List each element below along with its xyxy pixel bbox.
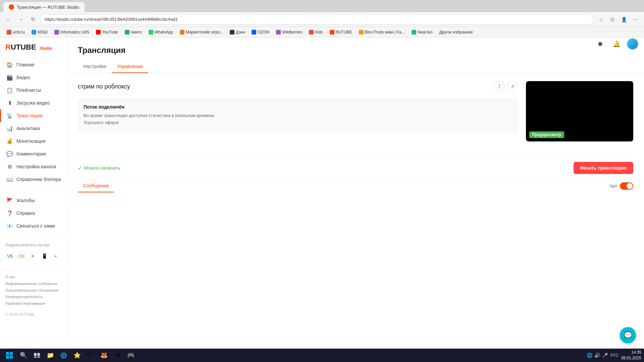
channel-settings-icon: ⚙ xyxy=(6,163,13,170)
start-stream-button[interactable]: Начать трансляцию xyxy=(574,162,633,174)
viber-icon[interactable]: 📱 xyxy=(40,251,49,261)
chat-tabs: Сообщения xyxy=(78,180,114,192)
record-button[interactable]: ⏺ xyxy=(594,38,606,50)
logo-studio-badge: Studio xyxy=(39,46,53,51)
mic-icon[interactable]: 🎤 xyxy=(602,353,608,358)
stream-title: стрим по роблоксу xyxy=(78,83,130,90)
start-button[interactable] xyxy=(3,349,16,361)
sidebar-item-playlists[interactable]: 📋 Плейлисты xyxy=(0,84,67,97)
search-taskbar-button[interactable]: 🔍 xyxy=(17,349,30,361)
sidebar-item-analytics-label: Аналитика xyxy=(16,126,40,131)
bookmark-uchi[interactable]: uchi.ru xyxy=(4,29,28,36)
bell-button[interactable]: 🔔 xyxy=(610,38,623,50)
chat-toggle-container: Чат xyxy=(609,182,633,190)
sidebar-item-monetization[interactable]: 💰 Монетизация xyxy=(0,135,67,147)
footer-privacy[interactable]: Конфиденциальность xyxy=(5,294,61,300)
add-social-icon[interactable]: + xyxy=(51,251,60,261)
active-tab[interactable]: Трансляция — RUTUBE Studio xyxy=(3,2,85,12)
sidebar-item-contact[interactable]: 📧 Связаться с нами xyxy=(0,220,67,232)
sidebar-item-complaints[interactable]: 🚩 Жалобы xyxy=(0,194,67,207)
sidebar-item-help[interactable]: ❓ Справка xyxy=(0,207,67,220)
address-bar[interactable]: https://studio.rutube.ru/stream/9fc3513f… xyxy=(40,14,594,24)
footer-terms[interactable]: Пользовательское соглашение xyxy=(5,287,61,294)
comments-icon: 💬 xyxy=(6,150,13,157)
checkmark-icon: ✓ xyxy=(78,165,82,171)
bookmark-favicon xyxy=(276,30,281,35)
ready-bar-container: ✓ Можно начинать Начать трансляцию xyxy=(67,156,644,179)
footer-links: О нас Информационные сообщения Пользоват… xyxy=(0,271,67,310)
menu-icon[interactable]: ⋯ xyxy=(631,15,640,24)
reload-button[interactable]: ↻ xyxy=(28,15,38,24)
bookmark-avito[interactable]: Авито xyxy=(122,29,145,36)
bookmark-other[interactable]: Другое избранное xyxy=(436,29,475,36)
browser-taskbar[interactable]: 🌐 xyxy=(58,349,70,361)
star-icon[interactable]: ☆ xyxy=(596,15,606,24)
external-link-button[interactable]: ↗ xyxy=(507,81,518,92)
bookmark-marketplace[interactable]: Маркетплейс игро... xyxy=(177,29,226,36)
chat-toggle[interactable] xyxy=(620,182,633,190)
bookmark-rutube[interactable]: RUTUBE xyxy=(327,29,355,36)
bookmark-favicon xyxy=(252,30,256,35)
footer-about[interactable]: О нас xyxy=(5,274,61,281)
sidebar-item-settings[interactable]: ⚙ Настройка канала xyxy=(0,160,67,173)
sidebar-item-blogger-guide[interactable]: 📖 Справочник блогера xyxy=(0,173,67,186)
sidebar-item-streams[interactable]: 📡 Трансляции xyxy=(0,109,67,122)
social-title: Подписывайтесь на нас xyxy=(0,241,67,249)
tab-manage[interactable]: Управление xyxy=(112,60,149,73)
file-explorer-taskbar[interactable]: 📁 xyxy=(44,349,56,361)
telegram-icon[interactable]: ✈ xyxy=(28,251,38,261)
logo[interactable]: RUTUBE Studio xyxy=(0,43,67,58)
bookmark-wildberries[interactable]: Wildberries xyxy=(273,29,305,36)
sidebar-item-upload[interactable]: ⬆ Загрузка видео xyxy=(0,97,67,109)
taskview-button[interactable] xyxy=(31,349,43,361)
sidebar-item-home[interactable]: 🏠 Главная xyxy=(0,58,67,71)
network-icon[interactable]: 🌐 xyxy=(587,353,592,358)
bookmark-label: Дзен xyxy=(236,30,245,35)
bookmark-youtube[interactable]: YouTube xyxy=(93,29,120,36)
bookmark-kids[interactable]: Kids xyxy=(306,29,325,36)
forward-button[interactable]: → xyxy=(16,15,25,24)
stream-right-column: Предпросмотр xyxy=(526,81,633,141)
footer-legal[interactable]: Правовая информация xyxy=(5,300,61,307)
bookmark-ozon[interactable]: OZON xyxy=(249,29,272,36)
tab-settings[interactable]: Настройки xyxy=(78,60,112,73)
logo-text: RUTUBE Studio xyxy=(5,43,53,52)
app5-taskbar[interactable]: 🎮 xyxy=(125,349,137,361)
bookmark-informatics[interactable]: Informatics LMS xyxy=(52,29,92,36)
bookmark-favicon xyxy=(125,30,129,35)
language-indicator[interactable]: РУС xyxy=(610,353,619,358)
bookmark-blox[interactable]: Blox Fruits вики | Fa... xyxy=(356,29,408,36)
sidebar-item-comments[interactable]: 💬 Комментарии xyxy=(0,147,67,160)
app3-taskbar[interactable]: 🦊 xyxy=(98,349,110,361)
profile-icon[interactable]: 👤 xyxy=(619,15,629,24)
bookmark-dzen[interactable]: Дзен xyxy=(227,29,248,36)
chat-section: Сообщения Чат xyxy=(67,179,644,253)
bookmark-favicon xyxy=(412,30,416,35)
tablet-icon[interactable]: ⊡ xyxy=(608,15,617,24)
share-button[interactable]: ⤴ xyxy=(494,81,504,92)
sidebar-item-analytics[interactable]: 📊 Аналитика xyxy=(0,122,67,135)
app2-taskbar[interactable]: 🛡 xyxy=(85,349,97,361)
app4-taskbar[interactable]: ✉ xyxy=(111,349,123,361)
sidebar-item-playlists-label: Плейлисты xyxy=(16,87,41,93)
svg-rect-7 xyxy=(37,357,40,358)
user-avatar[interactable] xyxy=(627,38,639,50)
taskbar-tray: 🌐 🔊 🎤 РУС 14:35 08.01.2025 xyxy=(587,350,641,361)
bookmark-whatsapp[interactable]: WhatsApp xyxy=(146,29,176,36)
vk-icon[interactable]: VK xyxy=(5,251,15,261)
tray-icons: 🌐 🔊 🎤 xyxy=(587,353,608,358)
bookmark-mesh[interactable]: МЭШ xyxy=(29,29,50,36)
sidebar-item-video[interactable]: 🎬 Видео xyxy=(0,71,67,84)
app1-taskbar[interactable]: ⭐ xyxy=(71,349,83,361)
stream-status-box: Поток подключён Во время трансляции дост… xyxy=(78,99,518,132)
app-container: RUTUBE Studio 🏠 Главная 🎬 Видео 📋 Плейли… xyxy=(0,38,644,349)
back-button[interactable]: ← xyxy=(4,15,13,24)
bookmark-label: Авито xyxy=(131,30,142,35)
floating-support-button[interactable]: 💬 xyxy=(620,327,636,343)
bookmark-neal[interactable]: Neal.fun xyxy=(409,29,435,36)
volume-icon[interactable]: 🔊 xyxy=(594,353,600,358)
svg-rect-6 xyxy=(34,357,37,358)
ok-icon[interactable]: OK xyxy=(17,251,26,261)
chat-tab-messages[interactable]: Сообщения xyxy=(78,180,114,192)
footer-info[interactable]: Информационные сообщения xyxy=(5,281,61,287)
